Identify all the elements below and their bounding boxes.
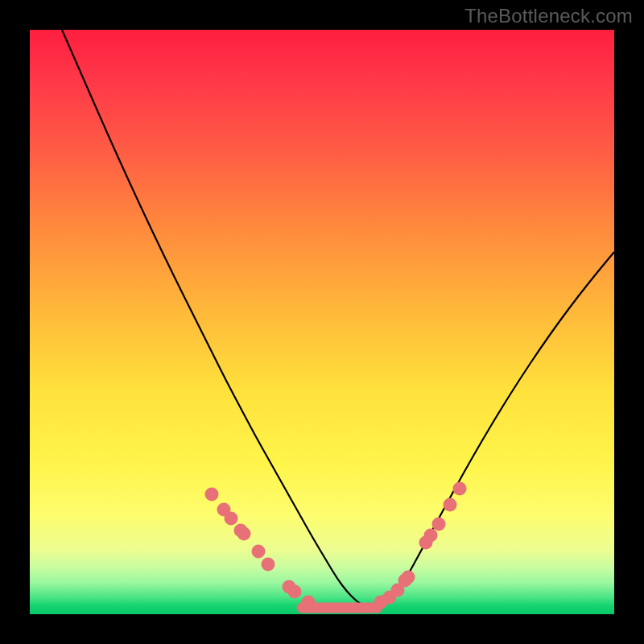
marker-dot bbox=[453, 482, 467, 496]
marker-dot bbox=[444, 498, 457, 512]
marker-dot bbox=[205, 488, 219, 502]
marker-group-left bbox=[205, 488, 316, 609]
marker-dot bbox=[262, 558, 275, 572]
marker-dot bbox=[424, 529, 438, 543]
marker-dot bbox=[302, 596, 316, 609]
plot-area bbox=[30, 30, 614, 614]
bottleneck-curve bbox=[62, 30, 614, 608]
chart-frame: TheBottleneck.com bbox=[0, 0, 644, 644]
marker-dot bbox=[432, 518, 446, 531]
chart-svg bbox=[30, 30, 614, 614]
marker-dot bbox=[252, 545, 266, 559]
marker-dot bbox=[402, 571, 415, 584]
watermark-text: TheBottleneck.com bbox=[464, 5, 633, 27]
marker-dot bbox=[225, 512, 238, 526]
marker-dot bbox=[288, 585, 302, 599]
marker-group-right bbox=[374, 482, 467, 609]
marker-dot bbox=[237, 527, 251, 541]
